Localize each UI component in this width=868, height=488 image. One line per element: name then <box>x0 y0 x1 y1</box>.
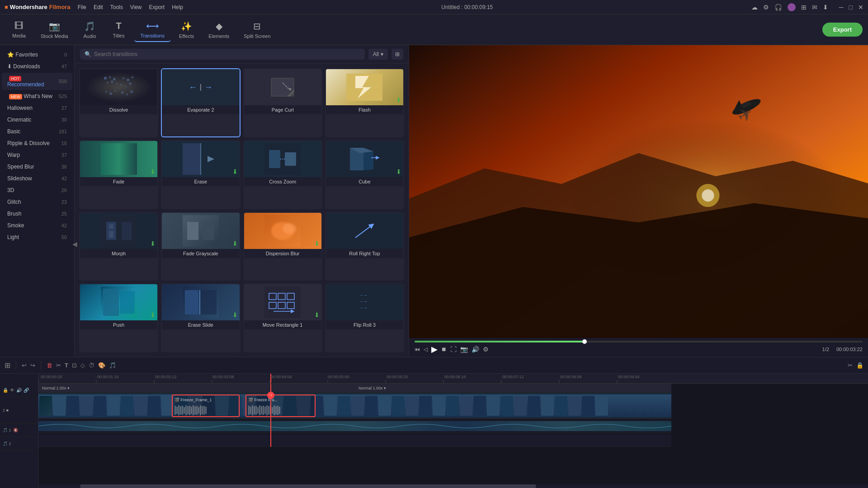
sidebar-item-brush[interactable]: Brush 25 <box>2 208 72 219</box>
scrollbar[interactable] <box>38 484 868 488</box>
toolbar-audio[interactable]: 🎵 Audio <box>76 18 104 42</box>
transition-cross-zoom[interactable]: Cross Zoom <box>243 140 322 209</box>
sidebar-item-smoke[interactable]: Smoke 42 <box>2 220 72 231</box>
search-input[interactable] <box>94 51 360 57</box>
collapse-arrow[interactable]: ◀ <box>72 240 77 248</box>
undo-button[interactable]: ↩ <box>22 362 27 369</box>
transition-cube[interactable]: ⬇ Cube <box>325 140 404 209</box>
transition-dispersion-blur[interactable]: ⬇ Dispersion Blur <box>243 212 322 281</box>
export-button[interactable]: Export <box>822 23 863 37</box>
search-box[interactable]: 🔍 <box>80 49 365 60</box>
toolbar-media[interactable]: 🎞 Media <box>5 18 33 41</box>
transition-erase-slide[interactable]: ⬇ Erase Slide <box>161 283 240 352</box>
cut-button[interactable]: ✂ <box>56 362 61 369</box>
volume-icon[interactable]: 🔊 <box>472 346 479 353</box>
add-media-button[interactable]: ⊞ <box>5 361 10 370</box>
track-link-icon[interactable]: 🔗 <box>24 388 29 393</box>
track-lock-icon[interactable]: 🔒 <box>3 388 8 393</box>
grid-view-button[interactable]: ⊞ <box>392 49 403 60</box>
sidebar-item-whats-new[interactable]: NEW What's New 525 <box>2 91 72 102</box>
dissolve-thumb <box>80 69 157 105</box>
crop-button[interactable]: ⊡ <box>72 362 77 369</box>
transition-fade[interactable]: ⬇ Fade <box>79 140 158 209</box>
mail-icon[interactable]: ✉ <box>812 4 817 11</box>
progress-bar[interactable] <box>415 341 863 343</box>
transition-push[interactable]: ⬇ Push <box>79 283 158 352</box>
sidebar-item-downloads[interactable]: ⬇ Downloads 47 <box>2 61 72 72</box>
sidebar-item-light[interactable]: Light 50 <box>2 232 72 243</box>
sidebar-item-3d[interactable]: 3D 26 <box>2 185 72 196</box>
avatar-icon[interactable] <box>788 3 796 11</box>
settings-icon[interactable]: ⚙ <box>483 346 489 353</box>
toolbar-audio-label: Audio <box>83 33 96 39</box>
track-audio-icon[interactable]: 🔊 <box>16 388 22 393</box>
menu-export[interactable]: Export <box>149 4 165 10</box>
snap-button[interactable]: 🔒 <box>856 362 863 369</box>
grid-icon[interactable]: ⊞ <box>801 4 807 11</box>
play-button[interactable]: ▶ <box>431 344 438 354</box>
audio-track-2 <box>38 434 671 447</box>
settings-icon[interactable]: ⚙ <box>763 4 769 11</box>
sidebar-item-basic[interactable]: Basic 181 <box>2 126 72 137</box>
speed-button[interactable]: ⏱ <box>89 362 94 369</box>
close-button[interactable]: ✕ <box>858 4 863 11</box>
transition-move-rectangle1[interactable]: ⬇ Move Rectangle 1 <box>243 283 322 352</box>
transition-roll-right-top[interactable]: Roll Right Top <box>325 212 404 281</box>
sidebar-item-halloween[interactable]: Halloween 27 <box>2 103 72 113</box>
toolbar-elements[interactable]: ◆ Elements <box>202 18 236 42</box>
maximize-button[interactable]: □ <box>849 4 853 11</box>
delete-button[interactable]: 🗑 <box>47 362 52 369</box>
track-eye-icon[interactable]: 👁 <box>10 388 14 393</box>
sidebar-item-slideshow[interactable]: Slideshow 42 <box>2 173 72 184</box>
text-button[interactable]: T <box>65 362 68 369</box>
toolbar-titles[interactable]: T Titles <box>105 18 132 41</box>
sidebar-item-favorites[interactable]: ⭐ Favorites 0 <box>2 49 72 60</box>
keyframe-button[interactable]: ◇ <box>80 362 85 369</box>
split-button[interactable]: ✂ <box>848 362 853 369</box>
minimize-button[interactable]: ─ <box>839 4 844 11</box>
menu-view[interactable]: View <box>130 4 142 10</box>
transition-page-curl[interactable]: Page Curl <box>243 68 322 137</box>
color-button[interactable]: 🎨 <box>98 362 105 369</box>
sidebar-item-cinematic[interactable]: Cinematic 30 <box>2 114 72 125</box>
sidebar-item-ripple-dissolve[interactable]: Ripple & Dissolve 16 <box>2 138 72 149</box>
menu-file[interactable]: File <box>78 4 86 10</box>
redo-button[interactable]: ↪ <box>30 362 35 369</box>
clip1-selected[interactable]: 🎬 Freeze_Frame_1 <box>172 394 240 417</box>
menu-tools[interactable]: Tools <box>110 4 123 10</box>
transition-evaporate2[interactable]: ← | → Evaporate 2 <box>161 68 240 137</box>
stop-button[interactable]: ⏹ <box>441 346 447 352</box>
scrollbar-thumb[interactable] <box>80 484 536 488</box>
frame-back-button[interactable]: ◁ <box>424 346 428 352</box>
download-icon[interactable]: ⬇ <box>823 4 828 11</box>
filter-button[interactable]: All ▾ <box>368 49 388 60</box>
toolbar-split-screen[interactable]: ⊟ Split Screen <box>237 18 277 42</box>
toolbar-transitions[interactable]: ⟷ Transitions <box>134 18 171 42</box>
toolbar-stock-media[interactable]: 📷 Stock Media <box>34 18 75 42</box>
sidebar-item-glitch[interactable]: Glitch 23 <box>2 197 72 207</box>
audio-mute-icon[interactable]: 🔇 <box>13 428 18 432</box>
clip2-selected[interactable]: 🎬 Freeze Fra... <box>245 394 316 417</box>
cloud-icon[interactable]: ☁ <box>751 4 758 11</box>
evaporate2-label: Evaporate 2 <box>162 105 239 114</box>
fullscreen-icon[interactable]: ⛶ <box>450 346 457 353</box>
sidebar-item-speed-blur[interactable]: Speed Blur 36 <box>2 161 72 172</box>
transition-dissolve[interactable]: Dissolve <box>79 68 158 137</box>
menu-edit[interactable]: Edit <box>94 4 103 10</box>
headphones-icon[interactable]: 🎧 <box>774 4 782 11</box>
transition-flip-roll3[interactable]: ···→ ···→ ···→ Flip Roll 3 <box>325 283 404 352</box>
toolbar-effects[interactable]: ✨ Effects <box>173 18 200 42</box>
sidebar-item-warp[interactable]: Warp 37 <box>2 150 72 160</box>
svg-point-47 <box>283 223 296 234</box>
snapshot-icon[interactable]: 📷 <box>460 346 468 353</box>
skip-back-button[interactable]: ⏮ <box>415 346 420 352</box>
timecode-display: 00:00:03:22 <box>836 347 863 352</box>
sidebar-item-recommended[interactable]: HOT Recommended 500 <box>2 73 72 90</box>
page-curl-thumb <box>244 69 321 105</box>
transition-flash[interactable]: ⬇ Flash <box>325 68 404 137</box>
transition-morph[interactable]: ⬇ Morph <box>79 212 158 281</box>
transition-fade-grayscale[interactable]: ⬇ Fade Grayscale <box>161 212 240 281</box>
audio-button[interactable]: 🎵 <box>109 362 116 369</box>
transition-erase[interactable]: ⬇ Erase <box>161 140 240 209</box>
menu-help[interactable]: Help <box>172 4 183 10</box>
